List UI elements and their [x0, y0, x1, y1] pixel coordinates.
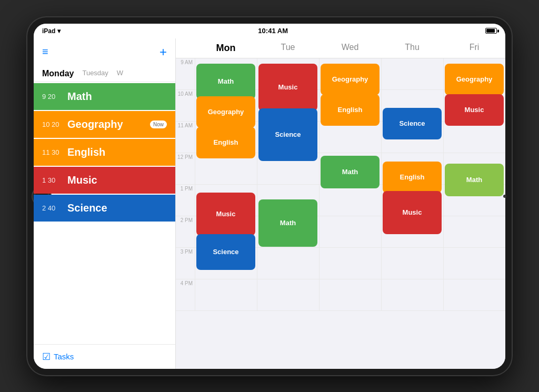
- time-12pm: 12 PM: [176, 153, 195, 185]
- event-name: Science: [67, 202, 107, 214]
- calendar-body: 9 AM 10 AM: [176, 58, 505, 369]
- event-time: 10 20: [42, 120, 63, 128]
- event-fri-music[interactable]: Music: [445, 94, 504, 126]
- sidebar-events: 9 20 Math 10 20 Geography Now 11 30 Engl…: [34, 82, 175, 344]
- event-name: English: [67, 146, 105, 158]
- time-3pm: 3 PM: [176, 248, 195, 279]
- tasks-check-icon: ☑: [42, 351, 51, 363]
- events-overlay: Math Geography English Music Science Mus…: [195, 58, 505, 311]
- event-name: Geography: [67, 118, 123, 130]
- event-mon-science[interactable]: Science: [196, 234, 255, 270]
- time-11am: 11 AM: [176, 122, 195, 153]
- now-badge: Now: [150, 120, 167, 128]
- sidebar-event-music-130[interactable]: 1 30 Music: [34, 167, 175, 194]
- time-1pm: 1 PM: [176, 185, 195, 216]
- event-time: 1 30: [42, 176, 63, 184]
- battery-icon: [485, 28, 497, 34]
- event-fri-math[interactable]: Math: [445, 164, 504, 196]
- time-10am: 10 AM: [176, 90, 195, 122]
- tasks-button[interactable]: ☑ Tasks: [42, 351, 167, 363]
- event-wed-english[interactable]: English: [321, 94, 380, 126]
- sidebar-event-english-1130[interactable]: 11 30 English: [34, 139, 175, 166]
- ipad-screen: iPad ▾ 10:41 AM ≡ + Monday Tuesday: [34, 24, 505, 369]
- status-right: [485, 28, 497, 34]
- main-content: ≡ + Monday Tuesday W 9 20 Math 10 20 Geo…: [34, 38, 505, 369]
- cal-header-thu: Thu: [381, 43, 443, 54]
- ipad-label: iPad: [42, 27, 55, 35]
- thu-column: Science English Music: [381, 58, 443, 311]
- tab-monday[interactable]: Monday: [38, 66, 78, 82]
- status-time: 10:41 AM: [258, 27, 288, 35]
- event-tue-science[interactable]: Science: [258, 108, 317, 161]
- event-wed-geography[interactable]: Geography: [321, 64, 380, 95]
- add-event-button[interactable]: +: [159, 45, 167, 59]
- event-name: Math: [67, 91, 92, 103]
- time-2pm: 2 PM: [176, 216, 195, 248]
- sidebar-event-science-240[interactable]: 2 40 Science: [34, 195, 175, 222]
- cal-header-wed: Wed: [319, 43, 381, 54]
- event-thu-music[interactable]: Music: [383, 191, 442, 234]
- time-4pm: 4 PM: [176, 279, 195, 311]
- event-mon-music[interactable]: Music: [196, 193, 255, 236]
- cal-header-tue: Tue: [257, 43, 319, 54]
- day-tabs: Monday Tuesday W: [34, 66, 175, 82]
- sidebar-event-geo-1020[interactable]: 10 20 Geography Now: [34, 111, 175, 138]
- tab-tuesday[interactable]: Tuesday: [78, 66, 112, 82]
- wed-column: Geography English Math: [319, 58, 381, 311]
- event-name: Music: [67, 174, 97, 186]
- event-mon-english[interactable]: English: [196, 127, 255, 158]
- event-time: 2 40: [42, 204, 63, 212]
- wifi-icon: ▾: [57, 27, 61, 35]
- mon-column: Math Geography English Music Science: [195, 58, 257, 311]
- cal-header-fri: Fri: [443, 43, 505, 54]
- event-time: 9 20: [42, 93, 63, 100]
- event-tue-music[interactable]: Music: [258, 64, 317, 111]
- cal-header-mon: Mon: [195, 43, 257, 54]
- status-left: iPad ▾: [42, 27, 61, 35]
- time-grid-wrapper: 9 AM 10 AM: [176, 58, 505, 311]
- event-wed-math[interactable]: Math: [321, 156, 380, 188]
- event-thu-english[interactable]: English: [383, 162, 442, 193]
- tab-wednesday[interactable]: W: [113, 66, 127, 82]
- event-mon-geography[interactable]: Geography: [196, 96, 255, 128]
- event-thu-science[interactable]: Science: [383, 108, 442, 139]
- menu-icon[interactable]: ≡: [42, 46, 48, 58]
- ipad-frame: iPad ▾ 10:41 AM ≡ + Monday Tuesday: [27, 17, 512, 375]
- event-mon-math[interactable]: Math: [196, 64, 255, 99]
- calendar-header: Mon Tue Wed Thu Fri: [176, 38, 505, 58]
- event-fri-geography[interactable]: Geography: [445, 64, 504, 95]
- sidebar-footer: ☑ Tasks: [34, 344, 175, 369]
- time-9am: 9 AM: [176, 58, 195, 90]
- tue-column: Music Science Math: [257, 58, 319, 311]
- sidebar-event-math-920[interactable]: 9 20 Math: [34, 83, 175, 110]
- calendar-area: Mon Tue Wed Thu Fri 9 AM: [176, 38, 505, 369]
- status-bar: iPad ▾ 10:41 AM: [34, 24, 505, 38]
- event-tue-math[interactable]: Math: [258, 199, 317, 247]
- sidebar-header: ≡ +: [34, 38, 175, 66]
- sidebar: ≡ + Monday Tuesday W 9 20 Math 10 20 Geo…: [34, 38, 176, 369]
- fri-column: Geography Music Math: [443, 58, 505, 311]
- event-time: 11 30: [42, 148, 63, 156]
- tasks-label: Tasks: [54, 352, 74, 361]
